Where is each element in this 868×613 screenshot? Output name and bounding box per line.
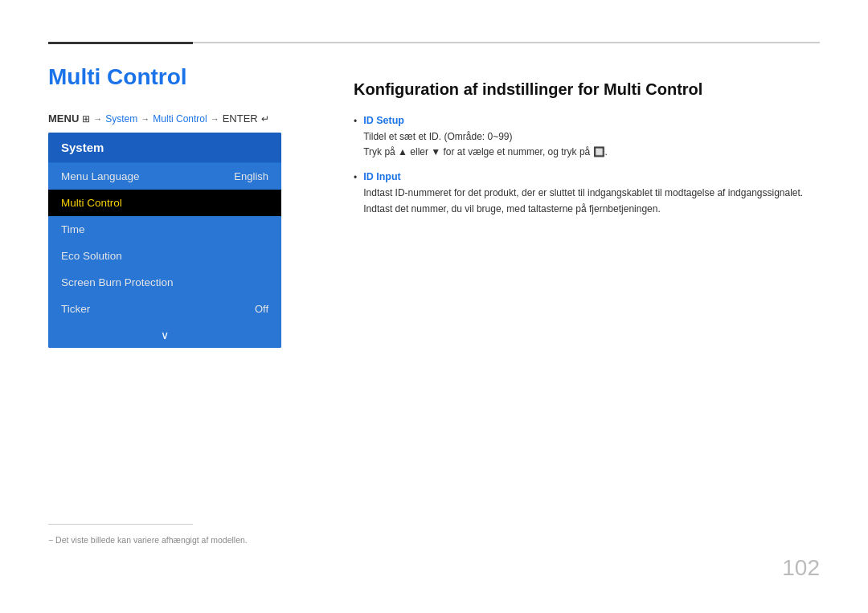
bullet-1: • xyxy=(354,172,357,183)
menu-item-label-2: Time xyxy=(61,223,85,235)
breadcrumb-system: System xyxy=(105,113,137,125)
breadcrumb-multicontrol: Multi Control xyxy=(153,113,207,125)
info-label-0: ID Setup xyxy=(363,115,820,126)
menu-item-value-5: Off xyxy=(255,303,268,315)
menu-icon: ⊞ xyxy=(82,113,90,125)
page-title: Multi Control xyxy=(48,64,187,90)
menu-item-label-5: Ticker xyxy=(61,303,90,315)
breadcrumb: MENU ⊞ → System → Multi Control → ENTER … xyxy=(48,112,269,125)
menu-item-label-4: Screen Burn Protection xyxy=(61,276,174,288)
menu-item-label-0: Menu Language xyxy=(61,170,140,182)
breadcrumb-arrow1: → xyxy=(93,114,102,124)
menu-item-4[interactable]: Screen Burn Protection xyxy=(48,269,281,296)
info-text-0-0: Tildel et sæt et ID. (Område: 0~99) xyxy=(363,129,820,145)
info-content-1: ID InputIndtast ID-nummeret for det prod… xyxy=(363,171,820,216)
system-menu: System Menu LanguageEnglishMulti Control… xyxy=(48,133,281,348)
info-section: •ID SetupTildel et sæt et ID. (Område: 0… xyxy=(354,115,820,217)
top-line-accent xyxy=(48,42,193,44)
menu-item-0[interactable]: Menu LanguageEnglish xyxy=(48,163,281,190)
breadcrumb-enter: ENTER xyxy=(223,112,258,125)
menu-item-2[interactable]: Time xyxy=(48,216,281,243)
enter-icon-symbol: ↵ xyxy=(261,113,269,125)
menu-item-label-1: Multi Control xyxy=(61,197,122,209)
footnote: Det viste billede kan variere afhængigt … xyxy=(48,535,248,545)
menu-item-3[interactable]: Eco Solution xyxy=(48,243,281,269)
info-content-0: ID SetupTildel et sæt et ID. (Område: 0~… xyxy=(363,115,820,160)
menu-item-1[interactable]: Multi Control xyxy=(48,190,281,216)
info-text-1-0: Indtast ID-nummeret for det produkt, der… xyxy=(363,186,820,201)
bottom-line xyxy=(48,524,193,525)
section-title: Konfiguration af indstillinger for Multi… xyxy=(354,80,820,99)
info-item-0: •ID SetupTildel et sæt et ID. (Område: 0… xyxy=(354,115,820,160)
menu-chevron[interactable]: ∨ xyxy=(48,322,281,348)
breadcrumb-arrow3: → xyxy=(211,114,219,124)
breadcrumb-arrow2: → xyxy=(141,114,149,124)
menu-item-5[interactable]: TickerOff xyxy=(48,296,281,322)
info-label-1: ID Input xyxy=(363,171,820,182)
info-text-1-1: Indtast det nummer, du vil bruge, med ta… xyxy=(363,202,820,217)
right-content: Konfiguration af indstillinger for Multi… xyxy=(354,80,820,230)
system-menu-header: System xyxy=(48,133,281,163)
info-text-0-1: Tryk på ▲ eller ▼ for at vælge et nummer… xyxy=(363,145,820,160)
menu-item-label-3: Eco Solution xyxy=(61,250,122,262)
page-number: 102 xyxy=(782,555,820,581)
info-item-1: •ID InputIndtast ID-nummeret for det pro… xyxy=(354,171,820,216)
breadcrumb-menu: MENU xyxy=(48,112,79,125)
bullet-0: • xyxy=(354,116,357,127)
menu-item-value-0: English xyxy=(234,170,268,182)
